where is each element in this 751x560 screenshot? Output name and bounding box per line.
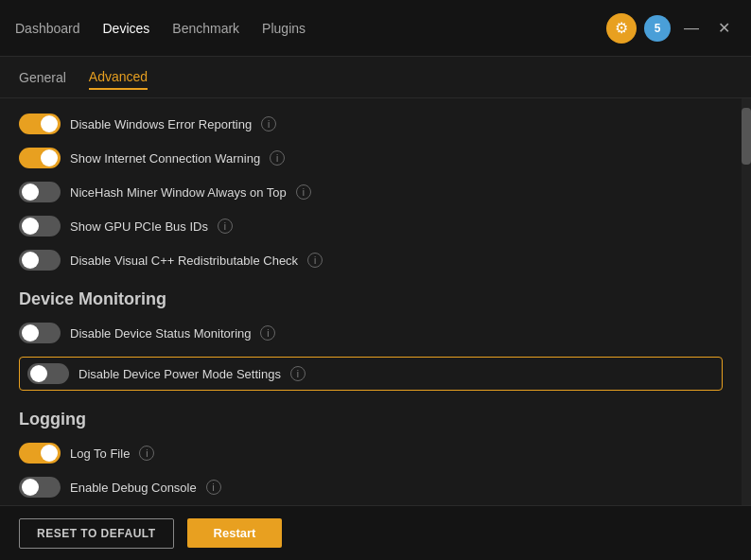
toggle-enable-debug-console[interactable] [19,477,61,498]
toggle-row-log-to-file: Log To File i [19,443,723,464]
highlighted-row-disable-device-power: Disable Device Power Mode Settings i [19,357,723,391]
toggle-disable-visual-cpp[interactable] [19,250,61,271]
info-icon-disable-device-status[interactable]: i [260,325,275,341]
toggle-row-disable-device-status: Disable Device Status Monitoring i [19,323,723,343]
toggle-knob [41,115,58,132]
titlebar: Dashboard Devices Benchmark Plugins ⚙ 5 … [0,0,751,57]
info-icon-disable-visual-cpp[interactable]: i [307,253,323,268]
titlebar-controls: ⚙ 5 — ✕ [606,13,736,44]
toggle-knob [41,445,58,462]
label-disable-device-status: Disable Device Status Monitoring [70,326,251,341]
info-icon-show-internet-warning[interactable]: i [270,150,285,166]
settings-gear-icon[interactable]: ⚙ [606,13,637,44]
info-icon-nicehash-always-top[interactable]: i [296,184,311,200]
toggle-row-disable-error-reporting: Disable Windows Error Reporting i [19,114,723,134]
label-disable-error-reporting: Disable Windows Error Reporting [70,117,252,131]
settings-scroll-area[interactable]: Disable Windows Error Reporting i Show I… [0,98,742,505]
info-icon-log-to-file[interactable]: i [139,446,154,461]
label-disable-device-power: Disable Device Power Mode Settings [79,367,281,381]
toggle-knob [22,479,39,496]
label-nicehash-always-top: NiceHash Miner Window Always on Top [70,185,287,200]
minimize-button[interactable]: — [678,16,705,41]
toggle-row-disable-visual-cpp: Disable Visual C++ Redistributable Check… [19,250,723,271]
reset-to-default-button[interactable]: RESET TO DEFAULT [19,518,174,549]
info-icon-show-gpu-pcie[interactable]: i [218,219,233,234]
label-log-to-file: Log To File [70,446,130,461]
info-icon-disable-device-power[interactable]: i [290,366,306,381]
toggle-knob [22,218,39,235]
tab-bar: General Advanced [0,57,751,98]
section-header-logging: Logging [19,410,723,429]
restart-button[interactable]: Restart [187,518,283,548]
nav-menu: Dashboard Devices Benchmark Plugins [15,17,606,40]
toggle-row-nicehash-always-top: NiceHash Miner Window Always on Top i [19,182,723,202]
toggle-knob [22,324,39,341]
nav-benchmark[interactable]: Benchmark [172,17,239,40]
toggle-disable-device-power[interactable] [27,363,69,384]
toggle-knob [41,149,58,166]
toggle-row-enable-debug-console: Enable Debug Console i [19,477,723,498]
bottom-bar: RESET TO DEFAULT Restart [0,505,751,560]
toggle-knob [22,184,39,201]
close-button[interactable]: ✕ [712,15,736,41]
toggle-show-internet-warning[interactable] [19,148,61,168]
toggle-knob [30,365,47,382]
tab-advanced[interactable]: Advanced [89,65,148,90]
section-header-device-monitoring: Device Monitoring [19,289,723,309]
info-icon-enable-debug-console[interactable]: i [206,480,221,495]
nav-devices[interactable]: Devices [103,17,150,40]
main-content: Disable Windows Error Reporting i Show I… [0,98,751,505]
info-icon-disable-error-reporting[interactable]: i [261,116,276,131]
toggle-knob [22,252,39,269]
scrollbar-thumb[interactable] [742,108,751,165]
nav-dashboard[interactable]: Dashboard [15,17,80,40]
label-enable-debug-console: Enable Debug Console [70,481,197,495]
nav-plugins[interactable]: Plugins [262,17,306,40]
scrollbar-track[interactable] [742,98,751,505]
toggle-row-show-internet-warning: Show Internet Connection Warning i [19,148,723,168]
toggle-nicehash-always-top[interactable] [19,182,61,202]
toggle-show-gpu-pcie[interactable] [19,216,61,236]
label-disable-visual-cpp: Disable Visual C++ Redistributable Check [70,254,298,268]
notification-badge[interactable]: 5 [644,15,671,42]
label-show-internet-warning: Show Internet Connection Warning [70,151,260,166]
toggle-disable-device-status[interactable] [19,323,61,343]
label-show-gpu-pcie: Show GPU PCIe Bus IDs [70,219,208,234]
toggle-disable-error-reporting[interactable] [19,114,61,134]
tab-general[interactable]: General [19,66,66,89]
toggle-row-show-gpu-pcie: Show GPU PCIe Bus IDs i [19,216,723,236]
toggle-log-to-file[interactable] [19,443,61,464]
